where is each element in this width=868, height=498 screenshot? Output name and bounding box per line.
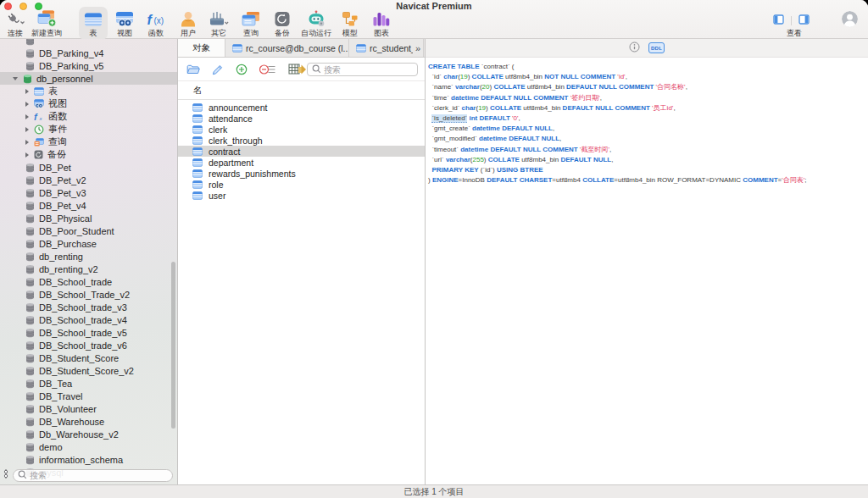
connection-tree: DB_Parking_v4DB_Parking_v5db_personnel表视…: [0, 39, 177, 479]
tree-item-db-clipped[interactable]: [0, 39, 177, 47]
objects-search-input[interactable]: [324, 65, 413, 75]
tab-objects[interactable]: 对象: [178, 39, 225, 57]
toolbar-item-automation[interactable]: 自动运行: [296, 7, 337, 40]
tree-item-db-db_renting_v2[interactable]: db_renting_v2: [0, 263, 177, 275]
objects-search[interactable]: [307, 63, 418, 76]
tree-item-db-information_schema[interactable]: information_schema: [0, 453, 177, 466]
sql-token: `id`: [428, 73, 443, 80]
delete-table-icon[interactable]: [259, 64, 276, 75]
tree-item-db-DB_Travel[interactable]: DB_Travel: [0, 390, 177, 402]
tab-overflow-chevron[interactable]: »: [413, 39, 423, 57]
chevron-down-icon[interactable]: [13, 77, 18, 80]
sql-token: `name`: [428, 83, 455, 91]
chevron-right-icon[interactable]: [25, 152, 29, 158]
toolbar-item-new-query[interactable]: 新建查询: [26, 7, 67, 40]
chevron-right-icon[interactable]: [25, 127, 29, 132]
tree-item-db-DB_Student_Score_v2[interactable]: DB_Student_Score_v2: [0, 364, 177, 377]
table-row-contract[interactable]: contract: [178, 146, 425, 157]
tree-item-db-DB_School_Trade_v2[interactable]: DB_School_Trade_v2: [0, 288, 177, 301]
tree-item-db-DB_Tea[interactable]: DB_Tea: [0, 377, 177, 390]
tree-item-backups[interactable]: 备份: [0, 148, 177, 161]
ddl-header: DDL: [426, 39, 868, 58]
tree-item-db-DB_School_trade_v5[interactable]: DB_School_trade_v5: [0, 326, 177, 339]
toolbar-item-model[interactable]: 模型: [337, 7, 364, 40]
toolbar-item-query[interactable]: 查询: [236, 7, 265, 40]
sidebar-search[interactable]: [13, 469, 173, 482]
tree-item-db-DB_Pet_v3[interactable]: DB_Pet_v3: [0, 186, 177, 199]
ddl-badge[interactable]: DDL: [648, 42, 665, 53]
design-table-icon[interactable]: [212, 64, 224, 75]
table-row-user[interactable]: user: [178, 190, 425, 201]
open-table-icon[interactable]: [186, 64, 200, 75]
tree-item-db-db_renting[interactable]: db_renting: [0, 250, 177, 263]
tree-item-functions[interactable]: fx函数: [0, 110, 177, 123]
tree-item-queries[interactable]: 查询: [0, 136, 177, 148]
toggle-right-panel-icon[interactable]: [798, 13, 810, 28]
tree-item-db-db_personnel[interactable]: db_personnel: [0, 72, 177, 85]
tree-item-db-DB_Physical[interactable]: DB_Physical: [0, 212, 177, 224]
tree-item-db-Db_Warehouse_v2[interactable]: Db_Warehouse_v2: [0, 428, 177, 440]
tree-item-db-DB_School_trade[interactable]: DB_School_trade: [0, 275, 177, 288]
table-row-attendance[interactable]: attendance: [178, 113, 425, 124]
wizard-icon-clipped[interactable]: [298, 64, 307, 79]
tree-item-db-DB_Poor_Student[interactable]: DB_Poor_Student: [0, 224, 177, 237]
toggle-left-panel-icon[interactable]: [773, 13, 784, 28]
column-header-name[interactable]: 名: [178, 81, 425, 100]
sql-token: COMMENT: [743, 176, 777, 184]
chevron-right-icon[interactable]: [25, 140, 29, 145]
table-row-clerk[interactable]: clerk: [178, 124, 425, 135]
tree-item-db-DB_Parking_v4[interactable]: DB_Parking_v4: [0, 47, 177, 59]
tree-item-db-DB_Parking_v5[interactable]: DB_Parking_v5: [0, 59, 177, 72]
table-row-department[interactable]: department: [178, 157, 425, 168]
table-row-clerk_through[interactable]: clerk_through: [178, 135, 425, 146]
filter-icon[interactable]: [2, 468, 10, 483]
tree-item-events[interactable]: 事件: [0, 123, 177, 136]
backup-icon: [275, 9, 291, 27]
table-row-rewards_punishments[interactable]: rewards_punishments: [178, 168, 425, 179]
divider: [791, 16, 792, 25]
tree-item-db-DB_Pet[interactable]: DB_Pet: [0, 161, 177, 174]
table-row-role[interactable]: role: [178, 179, 425, 190]
views-icon: [34, 99, 44, 108]
tree-item-db-DB_School_trade_v6[interactable]: DB_School_trade_v6: [0, 339, 177, 351]
database-icon: [25, 188, 35, 198]
toolbar-item-other[interactable]: 其它: [203, 7, 235, 40]
tree-item-tables[interactable]: 表: [0, 85, 177, 97]
minimize-button[interactable]: [19, 3, 27, 10]
toolbar-item-backup[interactable]: 备份: [270, 7, 296, 40]
queries-icon: [34, 138, 44, 147]
toolbar-item-label: 连接: [8, 28, 23, 39]
tree-item-db-DB_School_trade_v4[interactable]: DB_School_trade_v4: [0, 313, 177, 326]
toolbar-item-user[interactable]: 用户: [175, 7, 202, 40]
tree-item-db-demo[interactable]: demo: [0, 440, 177, 453]
sql-token: utf8mb4_bin: [520, 156, 560, 163]
zoom-button[interactable]: [35, 3, 42, 10]
tab-label: rc_student_: [370, 43, 416, 53]
toolbar-item-table[interactable]: 表: [79, 7, 108, 40]
sidebar-search-input[interactable]: [30, 471, 168, 480]
view-icon: [115, 9, 134, 27]
tab-rc_coursedb_cour[interactable]: rc_course@db_course (l...: [225, 39, 349, 57]
tree-item-db-DB_Student_Score[interactable]: DB_Student_Score: [0, 351, 177, 364]
tree-item-db-DB_Warehouse[interactable]: DB_Warehouse: [0, 415, 177, 428]
tree-item-db-DB_Pet_v2[interactable]: DB_Pet_v2: [0, 174, 177, 186]
tree-item-db-DB_Volunteer[interactable]: DB_Volunteer: [0, 402, 177, 415]
tree-item-db-DB_School_trade_v3[interactable]: DB_School_trade_v3: [0, 301, 177, 313]
chevron-right-icon[interactable]: [25, 114, 29, 119]
user-avatar[interactable]: [842, 11, 858, 27]
tree-item-db-DB_Pet_v4[interactable]: DB_Pet_v4: [0, 199, 177, 212]
sidebar-scrollbar[interactable]: [171, 262, 175, 429]
chevron-right-icon[interactable]: [25, 102, 29, 107]
toolbar-item-function[interactable]: f(x)函数: [141, 7, 172, 40]
toolbar-item-charts[interactable]: 图表: [368, 7, 396, 40]
sql-token: varchar: [446, 156, 470, 163]
close-button[interactable]: [4, 3, 12, 10]
tree-item-views[interactable]: 视图: [0, 97, 177, 110]
table-row-announcement[interactable]: announcement: [178, 102, 425, 113]
table-icon: [192, 147, 203, 156]
new-table-icon[interactable]: [236, 64, 248, 75]
tree-item-db-DB_Purchase[interactable]: DB_Purchase: [0, 237, 177, 250]
info-icon[interactable]: [629, 41, 640, 56]
chevron-right-icon[interactable]: [25, 89, 29, 94]
toolbar-item-view[interactable]: 视图: [110, 7, 139, 40]
